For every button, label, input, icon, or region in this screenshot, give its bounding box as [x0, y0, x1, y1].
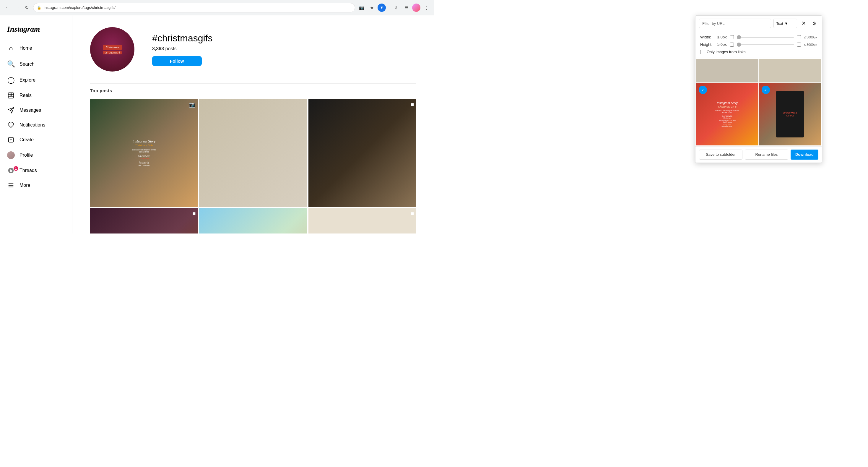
sidebar-label-threads: Threads	[20, 168, 37, 173]
svg-point-1	[10, 95, 12, 96]
bookmark-button[interactable]: ★	[368, 4, 376, 12]
post-item[interactable]	[199, 99, 307, 207]
search-icon: 🔍	[7, 60, 15, 68]
post-overlay-icon-3: ■	[192, 210, 195, 217]
profile-section: Christmas GIF ÖNERİLERİ #christmasgifs 3…	[90, 27, 416, 71]
sidebar-item-more[interactable]: More	[4, 178, 68, 192]
sidebar-label-more: More	[20, 183, 30, 188]
posts-grid: Instagram Story Christmas GIFs dariascre…	[90, 99, 416, 233]
address-bar[interactable]: 🔓 instagram.com/explore/tags/christmasgi…	[33, 3, 355, 12]
explore-icon: ◯	[7, 76, 15, 84]
back-button[interactable]: ←	[4, 4, 12, 12]
post-item[interactable]: ■	[308, 99, 416, 207]
sidebar-label-notifications: Notifications	[20, 122, 45, 128]
reels-icon	[7, 92, 15, 99]
sidebar-item-messages[interactable]: Messages	[4, 104, 68, 117]
forward-button[interactable]: →	[13, 4, 21, 12]
post-overlay-icon: 📷	[189, 101, 195, 108]
separator	[389, 4, 389, 11]
content-area: Christmas GIF ÖNERİLERİ #christmasgifs 3…	[72, 16, 434, 233]
sidebar-item-home[interactable]: ⌂ Home	[4, 41, 68, 56]
sidebar-item-threads[interactable]: Threads 1	[4, 164, 68, 177]
screen-capture-button[interactable]: 📷	[358, 4, 366, 12]
post-overlay-icon-2: ■	[411, 101, 414, 108]
sidebar-label-explore: Explore	[20, 78, 35, 83]
lock-icon: 🔓	[37, 6, 41, 10]
post-item[interactable]	[199, 208, 307, 233]
main-layout: Instagram ⌂ Home 🔍 Search ◯ Explore Reel…	[0, 16, 434, 233]
sidebar-label-create: Create	[20, 137, 34, 143]
sidebar-item-notifications[interactable]: Notifications	[4, 118, 68, 132]
instagram-logo[interactable]: Instagram	[4, 21, 68, 39]
sidebar-item-create[interactable]: Create	[4, 133, 68, 147]
follow-button[interactable]: Follow	[152, 56, 202, 66]
post-item[interactable]: Christmas GIF ÖNERİLERİ ■	[90, 208, 198, 233]
browser-chrome: ← → ↻ 🔓 instagram.com/explore/tags/chris…	[0, 0, 434, 16]
profile-avatar-icon	[7, 151, 15, 159]
home-icon: ⌂	[7, 44, 15, 52]
sidebar-button[interactable]: ☰	[402, 4, 410, 12]
sidebar-label-home: Home	[20, 46, 32, 51]
menu-button[interactable]: ⋮	[422, 4, 430, 12]
nav-buttons: ← → ↻	[4, 4, 31, 12]
hashtag-profile-pic: Christmas GIF ÖNERİLERİ	[90, 27, 134, 71]
sidebar: Instagram ⌂ Home 🔍 Search ◯ Explore Reel…	[0, 16, 72, 233]
more-icon	[7, 182, 15, 188]
extension-icon-blue[interactable]: ▼	[378, 4, 386, 12]
sidebar-item-search[interactable]: 🔍 Search	[4, 57, 68, 71]
threads-badge: 1	[13, 166, 18, 171]
download-button[interactable]: ⇩	[392, 4, 400, 12]
section-title: Top posts	[90, 83, 416, 93]
sidebar-label-reels: Reels	[20, 93, 32, 98]
sidebar-label-messages: Messages	[20, 108, 41, 113]
posts-count: 3,363 posts	[152, 46, 416, 52]
browser-actions: 📷 ★ ▼ ⇩ ☰ ⋮	[358, 4, 430, 12]
sidebar-label-profile: Profile	[20, 152, 33, 158]
post-item[interactable]: ■	[308, 208, 416, 233]
notifications-icon	[7, 122, 15, 128]
profile-avatar-browser[interactable]	[412, 4, 421, 12]
sidebar-item-reels[interactable]: Reels	[4, 89, 68, 102]
refresh-button[interactable]: ↻	[23, 4, 31, 12]
svg-rect-0	[8, 93, 13, 98]
create-icon	[7, 137, 15, 143]
messages-icon	[7, 107, 15, 114]
profile-info: #christmasgifs 3,363 posts Follow	[152, 33, 416, 66]
url-text: instagram.com/explore/tags/christmasgifs…	[44, 5, 351, 10]
sidebar-label-search: Search	[20, 61, 35, 67]
hashtag-title: #christmasgifs	[152, 33, 416, 44]
post-overlay-icon-4: ■	[411, 210, 414, 217]
sidebar-item-explore[interactable]: ◯ Explore	[4, 73, 68, 87]
post-item[interactable]: Instagram Story Christmas GIFs dariascre…	[90, 99, 198, 207]
sidebar-item-profile[interactable]: Profile	[4, 148, 68, 163]
